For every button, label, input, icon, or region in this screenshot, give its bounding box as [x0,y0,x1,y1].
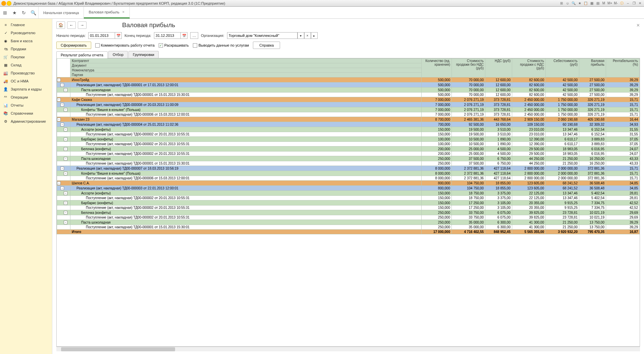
sidebar-item-10[interactable]: 📊Отчеты [0,101,52,109]
table-row[interactable]: -Паста шоколадная250,00035 000,006 300,0… [57,220,640,225]
tree-toggle[interactable]: - [64,108,67,112]
history-icon[interactable]: ↻ [21,10,27,16]
tree-toggle[interactable]: - [60,167,64,170]
tree-toggle[interactable]: - [64,128,67,131]
tree-toggle[interactable]: - [60,186,64,190]
table-row[interactable]: -Конфеты "Вишня в коньяке" (Польша)8 000… [57,171,640,176]
tree-toggle[interactable]: - [64,191,67,195]
tb-btn-mminus[interactable]: M- [613,1,619,6]
form-button[interactable]: Сформировать [56,42,91,49]
tab-home[interactable]: Начальная страница [39,7,84,18]
tab-close-icon[interactable]: ✕ [122,10,125,14]
table-row[interactable]: Поступление (акт, накладная) ТД00-000002… [57,205,640,210]
start-date-input[interactable] [88,32,115,39]
tree-toggle[interactable]: - [64,201,67,205]
report-area[interactable]: Контрагент Количество (ед. хранения) Сто… [56,58,640,347]
sidebar-item-4[interactable]: 🛒Покупки [0,53,52,61]
app-dropdown-icon[interactable] [7,1,11,6]
tb-btn-4[interactable]: ★ [577,1,582,6]
calendar-icon-2[interactable]: 📅 [181,32,187,39]
subtab-filter[interactable]: Отбор [108,51,128,58]
sidebar-item-5[interactable]: ▦Склад [0,61,52,69]
sidebar-item-3[interactable]: 🛍Продажи [0,45,52,53]
org-open-icon[interactable]: ▸ [311,32,318,39]
tab-gross-profit[interactable]: Валовая прибыль✕ [84,7,130,18]
tb-btn-m[interactable]: M [601,1,606,6]
table-row[interactable]: -Ассорти (конфеты)150,00019 500,003 510,… [57,127,640,132]
sidebar-item-8[interactable]: 👤Зарплата и кадры [0,85,52,93]
tree-toggle[interactable]: - [57,98,61,102]
services-checkbox[interactable] [193,43,197,48]
tree-toggle[interactable]: - [57,118,61,121]
table-row[interactable]: Поступление (акт, накладная) ТД00-000006… [57,176,640,181]
sidebar-item-9[interactable]: ᴬᵏОперации [0,93,52,101]
sidebar-item-12[interactable]: ⚙Администрирование [0,117,52,125]
table-row[interactable]: -Конфеты "Вишня в коньяке" (Польша)7 000… [57,107,640,112]
calendar-icon[interactable]: 📅 [115,32,122,39]
tree-toggle[interactable]: - [64,147,67,151]
table-row[interactable]: -Шилов С.А.800,000104 750,0018 855,00123… [57,181,640,186]
table-row[interactable]: Поступление (акт, накладная) ТД00-000002… [57,196,640,200]
tree-toggle[interactable]: - [57,78,61,82]
table-row[interactable]: -Белочка (конфеты)250,00033 750,006 075,… [57,210,640,215]
tree-toggle[interactable]: - [64,137,67,141]
close-icon[interactable]: ✕ [637,1,643,6]
table-row[interactable]: -Белочка (конфеты)200,00025 000,004 500,… [57,146,640,152]
table-row[interactable]: Поступление (акт, накладная) ТД00-000002… [57,132,640,137]
sidebar-item-7[interactable]: 🚚ОС и НМА [0,77,52,85]
tree-toggle[interactable]: - [64,211,67,215]
forward-button[interactable]: → [78,21,87,29]
tree-toggle[interactable]: - [60,123,64,126]
table-row[interactable]: -Реализация (акт, накладная) ТД00-000001… [57,82,640,87]
tb-btn-3[interactable]: 🔍 [571,1,576,6]
star-icon[interactable]: ★ [11,10,17,16]
maximize-icon[interactable]: ❐ [631,1,637,6]
org-dropdown-icon[interactable]: ▾ [298,32,304,39]
table-row[interactable]: Поступление (акт, накладная) ТД00-000006… [57,112,640,117]
org-input[interactable] [227,32,298,39]
tree-toggle[interactable]: - [64,157,67,161]
sidebar-item-0[interactable]: ≡Главное [0,21,52,29]
table-row[interactable]: Поступление (акт, накладная) ТД00-000001… [57,93,640,97]
page-close-icon[interactable]: ✕ [636,23,640,28]
end-date-input[interactable] [154,32,181,39]
table-row[interactable]: -Реализация (акт, накладная) ТД00-000004… [57,122,640,127]
subtab-result[interactable]: Результат работы отчета [56,51,108,58]
apps-icon[interactable]: ⊞ [2,10,8,16]
subtab-grouping[interactable]: Группировки [128,51,159,58]
table-row[interactable]: -ИнноТрейд500,00070 000,0012 600,0082 60… [57,77,640,82]
table-row[interactable]: Поступление (акт, накладная) ТД00-000002… [57,142,640,146]
table-row[interactable]: Поступление (акт, накладная) ТД00-000002… [57,152,640,156]
tb-btn-6[interactable]: ▦ [589,1,594,6]
tb-btn-7[interactable]: ▤ [595,1,600,6]
table-row[interactable]: -Ассорти (конфеты)150,00018 750,003 375,… [57,191,640,196]
table-row[interactable]: -Магазин 238 700,0002 465 381,36443 768,… [57,117,640,122]
table-row[interactable]: -Паста шоколадная250,00037 500,006 750,0… [57,156,640,161]
period-select-button[interactable]: … [190,32,198,39]
table-row[interactable]: -Реализация (акт, накладная) ТД00-000008… [57,102,640,107]
sidebar-item-2[interactable]: ◉Банк и касса [0,37,52,45]
table-row[interactable]: -Кафе Сказка7 000,0002 076 271,19373 728… [57,97,640,102]
tb-btn-2[interactable]: ☺ [565,1,570,6]
table-row[interactable]: -Барбарис (конфеты)100,00010 500,001 890… [57,137,640,142]
search-icon[interactable]: 🔍 [30,10,36,16]
table-row[interactable]: Поступление (акт, накладная) ТД00-000001… [57,225,640,230]
help-icon[interactable]: ⓘ [619,1,625,6]
horizontal-scrollbar[interactable] [56,347,640,351]
org-clear-icon[interactable]: × [304,32,311,39]
comment-checkbox[interactable] [95,43,100,48]
sidebar-item-11[interactable]: 📚Справочники [0,109,52,117]
tree-toggle[interactable]: - [60,103,64,107]
table-row[interactable]: Поступление (акт, накладная) ТД00-000001… [57,161,640,166]
sidebar-item-6[interactable]: 🏭Производство [0,69,52,77]
back-button[interactable]: ← [67,21,76,29]
sidebar-item-1[interactable]: ✓Руководителю [0,29,52,37]
tree-toggle[interactable]: - [64,172,67,175]
tree-toggle[interactable]: - [60,83,64,87]
tree-toggle[interactable]: - [64,88,67,92]
table-row[interactable]: -Реализация (акт, накладная) ТД00-000003… [57,186,640,191]
tree-toggle[interactable]: - [57,181,61,185]
tree-toggle[interactable]: - [64,221,67,224]
table-row[interactable]: -Реализация (акт, накладная) ТД00-000007… [57,166,640,171]
color-checkbox[interactable]: ✓ [159,43,163,48]
